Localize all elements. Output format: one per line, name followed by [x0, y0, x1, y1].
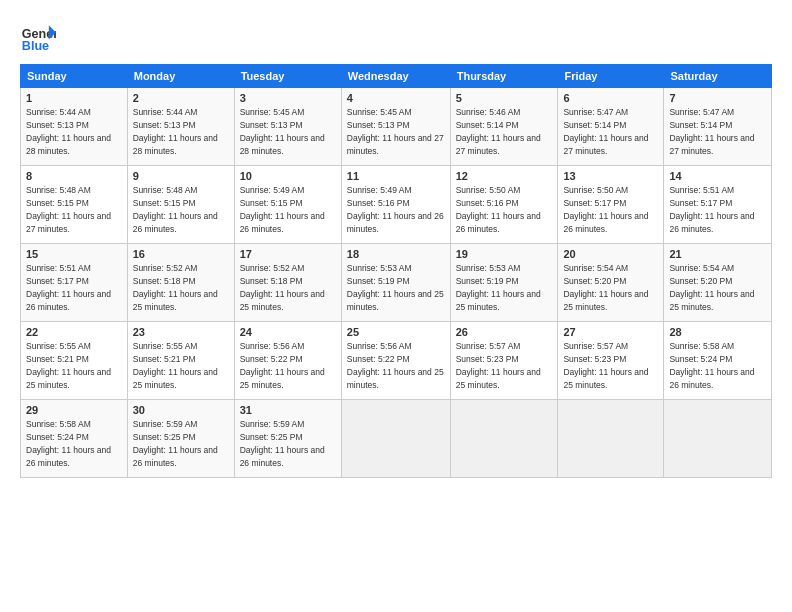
calendar-cell: 27 Sunrise: 5:57 AMSunset: 5:23 PMDaylig… [558, 322, 664, 400]
day-header-wednesday: Wednesday [341, 65, 450, 88]
day-info: Sunrise: 5:55 AMSunset: 5:21 PMDaylight:… [26, 341, 111, 390]
day-header-tuesday: Tuesday [234, 65, 341, 88]
calendar-cell: 5 Sunrise: 5:46 AMSunset: 5:14 PMDayligh… [450, 88, 558, 166]
day-info: Sunrise: 5:53 AMSunset: 5:19 PMDaylight:… [456, 263, 541, 312]
day-header-friday: Friday [558, 65, 664, 88]
day-number: 9 [133, 170, 229, 182]
calendar-cell: 21 Sunrise: 5:54 AMSunset: 5:20 PMDaylig… [664, 244, 772, 322]
calendar-cell: 6 Sunrise: 5:47 AMSunset: 5:14 PMDayligh… [558, 88, 664, 166]
calendar-cell: 11 Sunrise: 5:49 AMSunset: 5:16 PMDaylig… [341, 166, 450, 244]
day-number: 18 [347, 248, 445, 260]
calendar-cell [558, 400, 664, 478]
day-number: 12 [456, 170, 553, 182]
calendar-cell: 14 Sunrise: 5:51 AMSunset: 5:17 PMDaylig… [664, 166, 772, 244]
day-info: Sunrise: 5:49 AMSunset: 5:15 PMDaylight:… [240, 185, 325, 234]
day-number: 13 [563, 170, 658, 182]
day-header-saturday: Saturday [664, 65, 772, 88]
calendar-body: 1 Sunrise: 5:44 AMSunset: 5:13 PMDayligh… [21, 88, 772, 478]
day-info: Sunrise: 5:47 AMSunset: 5:14 PMDaylight:… [669, 107, 754, 156]
day-number: 10 [240, 170, 336, 182]
day-info: Sunrise: 5:46 AMSunset: 5:14 PMDaylight:… [456, 107, 541, 156]
day-info: Sunrise: 5:45 AMSunset: 5:13 PMDaylight:… [240, 107, 325, 156]
header-row: SundayMondayTuesdayWednesdayThursdayFrid… [21, 65, 772, 88]
day-info: Sunrise: 5:59 AMSunset: 5:25 PMDaylight:… [240, 419, 325, 468]
day-info: Sunrise: 5:52 AMSunset: 5:18 PMDaylight:… [133, 263, 218, 312]
day-info: Sunrise: 5:54 AMSunset: 5:20 PMDaylight:… [563, 263, 648, 312]
day-info: Sunrise: 5:50 AMSunset: 5:17 PMDaylight:… [563, 185, 648, 234]
calendar-cell: 22 Sunrise: 5:55 AMSunset: 5:21 PMDaylig… [21, 322, 128, 400]
calendar-cell: 1 Sunrise: 5:44 AMSunset: 5:13 PMDayligh… [21, 88, 128, 166]
calendar-cell: 12 Sunrise: 5:50 AMSunset: 5:16 PMDaylig… [450, 166, 558, 244]
calendar-week-2: 8 Sunrise: 5:48 AMSunset: 5:15 PMDayligh… [21, 166, 772, 244]
calendar-cell: 19 Sunrise: 5:53 AMSunset: 5:19 PMDaylig… [450, 244, 558, 322]
calendar-cell: 25 Sunrise: 5:56 AMSunset: 5:22 PMDaylig… [341, 322, 450, 400]
calendar-cell: 4 Sunrise: 5:45 AMSunset: 5:13 PMDayligh… [341, 88, 450, 166]
calendar-cell [450, 400, 558, 478]
day-info: Sunrise: 5:47 AMSunset: 5:14 PMDaylight:… [563, 107, 648, 156]
day-info: Sunrise: 5:56 AMSunset: 5:22 PMDaylight:… [240, 341, 325, 390]
day-info: Sunrise: 5:59 AMSunset: 5:25 PMDaylight:… [133, 419, 218, 468]
day-info: Sunrise: 5:58 AMSunset: 5:24 PMDaylight:… [26, 419, 111, 468]
day-info: Sunrise: 5:45 AMSunset: 5:13 PMDaylight:… [347, 107, 444, 156]
day-number: 28 [669, 326, 766, 338]
header: General Blue [20, 18, 772, 54]
calendar-cell: 17 Sunrise: 5:52 AMSunset: 5:18 PMDaylig… [234, 244, 341, 322]
calendar-week-1: 1 Sunrise: 5:44 AMSunset: 5:13 PMDayligh… [21, 88, 772, 166]
calendar-cell: 20 Sunrise: 5:54 AMSunset: 5:20 PMDaylig… [558, 244, 664, 322]
calendar-cell: 29 Sunrise: 5:58 AMSunset: 5:24 PMDaylig… [21, 400, 128, 478]
calendar-cell: 28 Sunrise: 5:58 AMSunset: 5:24 PMDaylig… [664, 322, 772, 400]
day-info: Sunrise: 5:51 AMSunset: 5:17 PMDaylight:… [669, 185, 754, 234]
calendar-cell: 13 Sunrise: 5:50 AMSunset: 5:17 PMDaylig… [558, 166, 664, 244]
day-info: Sunrise: 5:53 AMSunset: 5:19 PMDaylight:… [347, 263, 444, 312]
day-header-sunday: Sunday [21, 65, 128, 88]
day-info: Sunrise: 5:57 AMSunset: 5:23 PMDaylight:… [456, 341, 541, 390]
calendar-cell: 9 Sunrise: 5:48 AMSunset: 5:15 PMDayligh… [127, 166, 234, 244]
day-number: 5 [456, 92, 553, 104]
day-info: Sunrise: 5:49 AMSunset: 5:16 PMDaylight:… [347, 185, 444, 234]
day-info: Sunrise: 5:44 AMSunset: 5:13 PMDaylight:… [26, 107, 111, 156]
day-number: 25 [347, 326, 445, 338]
svg-text:Blue: Blue [22, 39, 49, 53]
day-number: 14 [669, 170, 766, 182]
day-number: 27 [563, 326, 658, 338]
day-number: 24 [240, 326, 336, 338]
calendar-week-4: 22 Sunrise: 5:55 AMSunset: 5:21 PMDaylig… [21, 322, 772, 400]
day-number: 22 [26, 326, 122, 338]
day-number: 26 [456, 326, 553, 338]
calendar-cell: 31 Sunrise: 5:59 AMSunset: 5:25 PMDaylig… [234, 400, 341, 478]
day-number: 2 [133, 92, 229, 104]
calendar-cell: 7 Sunrise: 5:47 AMSunset: 5:14 PMDayligh… [664, 88, 772, 166]
day-header-thursday: Thursday [450, 65, 558, 88]
calendar-cell [664, 400, 772, 478]
calendar-cell: 23 Sunrise: 5:55 AMSunset: 5:21 PMDaylig… [127, 322, 234, 400]
calendar-cell: 2 Sunrise: 5:44 AMSunset: 5:13 PMDayligh… [127, 88, 234, 166]
day-number: 11 [347, 170, 445, 182]
calendar-cell [341, 400, 450, 478]
day-info: Sunrise: 5:58 AMSunset: 5:24 PMDaylight:… [669, 341, 754, 390]
day-number: 21 [669, 248, 766, 260]
day-number: 23 [133, 326, 229, 338]
page: General Blue SundayMondayTuesdayWednesda… [0, 0, 792, 612]
calendar-week-3: 15 Sunrise: 5:51 AMSunset: 5:17 PMDaylig… [21, 244, 772, 322]
day-number: 1 [26, 92, 122, 104]
logo-icon: General Blue [20, 18, 56, 54]
day-number: 19 [456, 248, 553, 260]
day-number: 30 [133, 404, 229, 416]
day-number: 20 [563, 248, 658, 260]
calendar-cell: 18 Sunrise: 5:53 AMSunset: 5:19 PMDaylig… [341, 244, 450, 322]
day-info: Sunrise: 5:51 AMSunset: 5:17 PMDaylight:… [26, 263, 111, 312]
calendar-cell: 24 Sunrise: 5:56 AMSunset: 5:22 PMDaylig… [234, 322, 341, 400]
day-info: Sunrise: 5:48 AMSunset: 5:15 PMDaylight:… [133, 185, 218, 234]
day-number: 8 [26, 170, 122, 182]
calendar-cell: 26 Sunrise: 5:57 AMSunset: 5:23 PMDaylig… [450, 322, 558, 400]
day-info: Sunrise: 5:44 AMSunset: 5:13 PMDaylight:… [133, 107, 218, 156]
day-info: Sunrise: 5:56 AMSunset: 5:22 PMDaylight:… [347, 341, 444, 390]
day-number: 4 [347, 92, 445, 104]
logo: General Blue [20, 18, 56, 54]
day-number: 16 [133, 248, 229, 260]
day-info: Sunrise: 5:57 AMSunset: 5:23 PMDaylight:… [563, 341, 648, 390]
day-number: 31 [240, 404, 336, 416]
calendar-cell: 15 Sunrise: 5:51 AMSunset: 5:17 PMDaylig… [21, 244, 128, 322]
day-number: 17 [240, 248, 336, 260]
day-number: 6 [563, 92, 658, 104]
